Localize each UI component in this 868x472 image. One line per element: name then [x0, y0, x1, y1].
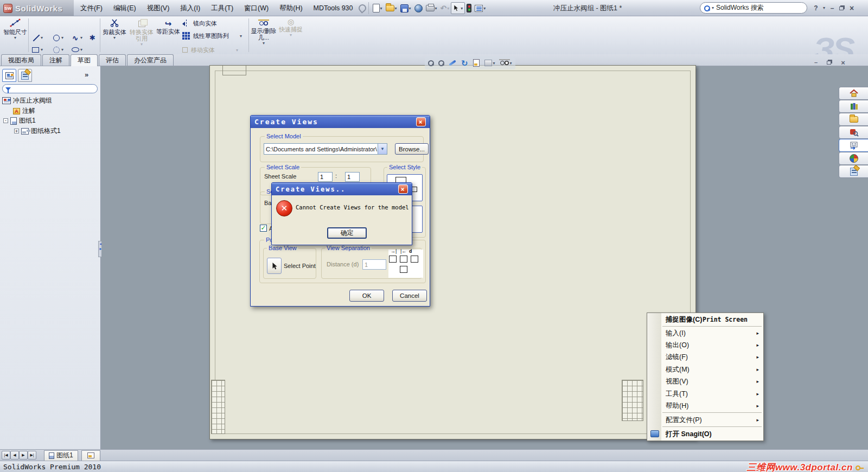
menu-item-tools[interactable]: 工具(T)▸: [648, 388, 763, 400]
restore-icon: [839, 7, 844, 10]
new-document-button[interactable]: ▾: [371, 2, 384, 15]
menu-item-input[interactable]: 输入(I)▸: [648, 327, 763, 339]
display-style-button[interactable]: ▾: [500, 61, 512, 66]
ellipse-tool-button[interactable]: ▾: [71, 46, 82, 54]
collapse-expander-icon[interactable]: -: [3, 118, 8, 123]
task-pane-design-library-tab[interactable]: [839, 100, 868, 113]
feature-tree-tab[interactable]: [2, 69, 16, 82]
menu-insert[interactable]: 插入(I): [175, 0, 206, 16]
menu-window[interactable]: 窗口(W): [239, 0, 274, 16]
mirror-entities-button[interactable]: 镜向实体: [182, 20, 217, 27]
save-button[interactable]: ▾: [399, 2, 413, 15]
line-tool-button[interactable]: ▾: [31, 34, 43, 42]
add-sheet-button[interactable]: [81, 450, 100, 461]
restore-button[interactable]: [837, 3, 846, 13]
trim-entities-button[interactable]: 剪裁实体 ▾: [102, 18, 127, 40]
submenu-arrow-icon: ▸: [756, 403, 759, 409]
model-path-combo[interactable]: C:\Documents and Settings\Administrator\…: [264, 143, 387, 155]
menu-item-open-snagit[interactable]: 打开 Snagit(O): [648, 428, 763, 440]
menu-tools[interactable]: 工具(T): [206, 0, 239, 16]
browse-button[interactable]: Browse...: [395, 143, 429, 155]
zoom-fit-button[interactable]: [428, 60, 433, 66]
tab-office-products[interactable]: 办公室产品: [127, 54, 174, 66]
zoom-area-button[interactable]: [438, 60, 444, 66]
search-box[interactable]: ▾ SolidWorks 搜索: [700, 2, 807, 14]
tree-item-sheet-format1[interactable]: + 图纸格式1: [14, 126, 61, 136]
first-sheet-button[interactable]: |◀: [2, 451, 10, 460]
sheet-tab-active[interactable]: 图纸1: [44, 450, 78, 461]
scale-denominator-input[interactable]: [345, 172, 360, 182]
rotate-view-button[interactable]: ↻: [461, 59, 468, 67]
rebuild-button[interactable]: [465, 2, 473, 15]
view-orientation-button[interactable]: ▾: [484, 60, 495, 66]
minimize-button[interactable]: –: [828, 3, 837, 13]
smart-dimension-button[interactable]: 智能尺寸 ▾: [3, 18, 27, 40]
aligned-checkbox[interactable]: ✓: [260, 225, 267, 232]
spline-tool-button[interactable]: ∿▾: [71, 34, 82, 42]
select-tool-button[interactable]: ▾: [451, 2, 465, 14]
search-input[interactable]: SolidWorks 搜索: [716, 3, 764, 12]
appearance-button[interactable]: [413, 2, 424, 15]
task-pane-view-palette-tab[interactable]: [839, 139, 868, 152]
menu-help[interactable]: 帮助(H): [274, 0, 308, 16]
pin-icon[interactable]: [357, 3, 368, 14]
task-pane-resources-tab[interactable]: [839, 87, 868, 100]
task-pane-search-tab[interactable]: [839, 126, 868, 139]
circle-tool-button[interactable]: ▾: [52, 34, 63, 42]
print-button[interactable]: ▾: [424, 2, 439, 15]
linear-sketch-pattern-button[interactable]: 线性草图阵列 ▾: [182, 32, 242, 40]
menu-item-output[interactable]: 输出(O)▸: [648, 339, 763, 351]
undo-button[interactable]: ↶▾: [439, 2, 451, 15]
menu-file[interactable]: 文件(F): [75, 0, 108, 16]
tab-sketch[interactable]: 草图: [71, 54, 98, 66]
help-button[interactable]: ?: [812, 3, 820, 13]
options-button[interactable]: ▾: [473, 2, 487, 15]
expand-expander-icon[interactable]: +: [14, 129, 19, 133]
menu-item-filter[interactable]: 滤镜(F)▸: [648, 351, 763, 363]
task-pane-custom-properties-tab[interactable]: [839, 165, 868, 178]
tab-evaluate[interactable]: 评估: [99, 54, 126, 66]
menu-item-view[interactable]: 视图(V)▸: [648, 375, 763, 387]
next-sheet-button[interactable]: ▶: [19, 451, 28, 460]
display-delete-relations-button[interactable]: 显示/删除几... ▾: [251, 18, 277, 46]
help-dropdown-icon[interactable]: ▾: [820, 3, 828, 13]
ok-button[interactable]: OK: [349, 290, 384, 302]
tab-view-layout[interactable]: 视图布局: [1, 54, 41, 66]
tree-item-sheet1[interactable]: - 图纸1: [3, 116, 36, 125]
rectangle-tool-button[interactable]: ▾: [31, 46, 43, 54]
task-pane-appearances-tab[interactable]: [839, 152, 868, 165]
error-dialog-title-bar[interactable]: Create Views.. ×: [272, 183, 412, 195]
scale-numerator-input[interactable]: [318, 172, 333, 182]
tree-item-annotations[interactable]: A 注解: [13, 106, 35, 116]
dialog-close-button[interactable]: ×: [416, 117, 426, 126]
submenu-arrow-icon: ▸: [756, 391, 759, 397]
previous-sheet-button[interactable]: ◀: [10, 451, 19, 460]
menu-edit[interactable]: 编辑(E): [108, 0, 142, 16]
panel-expand-button[interactable]: »: [85, 71, 88, 79]
menu-view[interactable]: 视图(V): [142, 0, 175, 16]
menu-item-capture-image[interactable]: 捕捉图像(C) Print Screen: [648, 314, 763, 326]
previous-view-button[interactable]: [449, 62, 456, 64]
tab-annotation[interactable]: 注解: [42, 54, 69, 66]
tree-filter-box[interactable]: [2, 84, 98, 93]
select-point-button[interactable]: [267, 258, 282, 274]
cancel-button[interactable]: Cancel: [392, 290, 427, 302]
tree-root-item[interactable]: 冲压止水阀组: [2, 96, 52, 105]
menu-item-profile[interactable]: 配置文件(P)▸: [648, 414, 763, 426]
dialog-title-bar[interactable]: Create Views ×: [251, 116, 430, 128]
last-sheet-button[interactable]: ▶|: [28, 451, 36, 460]
update-sheet-button[interactable]: [473, 59, 480, 67]
close-button[interactable]: ×: [847, 3, 856, 13]
point-tool-button[interactable]: ✱: [88, 34, 97, 42]
offset-entities-button[interactable]: ↪ 等距实体: [156, 21, 180, 35]
property-manager-tab[interactable]: [18, 69, 32, 82]
menu-item-mode[interactable]: 模式(M)▸: [648, 363, 763, 375]
task-pane-file-explorer-tab[interactable]: [839, 113, 868, 126]
error-dialog-close-button[interactable]: ×: [398, 184, 408, 194]
open-button[interactable]: ▾: [384, 2, 399, 15]
combo-arrow-icon[interactable]: ▼: [378, 144, 387, 154]
menu-mdtools[interactable]: MDTools 930: [308, 0, 359, 16]
arc-tool-button[interactable]: ▾: [52, 46, 63, 54]
error-ok-button[interactable]: 确定: [327, 227, 367, 239]
menu-item-help[interactable]: 帮助(H)▸: [648, 400, 763, 412]
